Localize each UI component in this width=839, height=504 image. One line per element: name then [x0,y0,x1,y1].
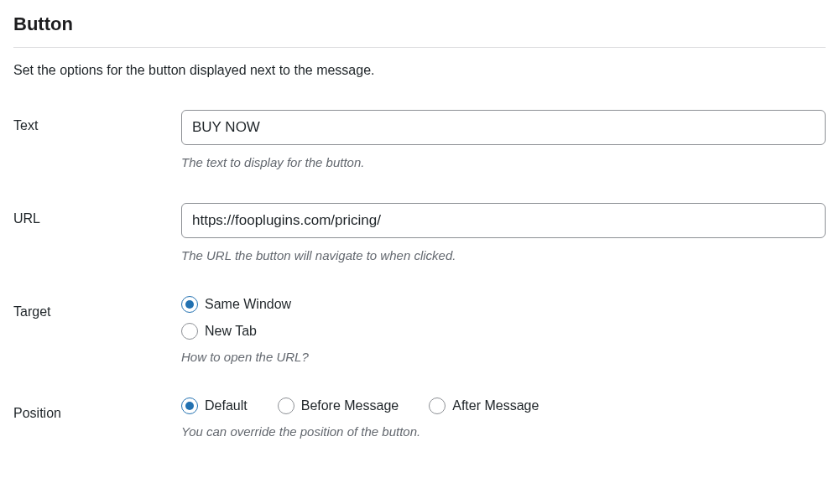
url-help: The URL the button will navigate to when… [181,248,826,262]
radio-icon [429,397,446,414]
section-description: Set the options for the button displayed… [13,63,826,78]
url-input[interactable] [181,203,826,238]
target-radio-new-tab-label: New Tab [205,324,257,339]
text-label: Text [13,110,181,133]
url-control: The URL the button will navigate to when… [181,203,826,262]
target-help: How to open the URL? [181,350,826,364]
field-row-url: URL The URL the button will navigate to … [13,203,826,262]
text-input[interactable] [181,110,826,145]
section-divider [13,47,826,48]
position-help: You can override the position of the but… [181,424,826,439]
position-radio-after[interactable]: After Message [429,397,539,414]
position-radio-group: Default Before Message After Message [181,397,826,414]
radio-icon [181,323,198,340]
text-help: The text to display for the button. [181,155,826,169]
radio-icon [181,397,198,414]
field-row-target: Target Same Window New Tab How to open t… [13,296,826,364]
target-radio-new-tab[interactable]: New Tab [181,323,826,340]
text-control: The text to display for the button. [181,110,826,169]
position-control: Default Before Message After Message You… [181,397,826,439]
radio-icon [181,296,198,313]
field-row-position: Position Default Before Message After Me… [13,397,826,439]
radio-icon [278,397,294,414]
position-radio-default-label: Default [205,398,248,413]
target-radio-same-window[interactable]: Same Window [181,296,826,313]
field-row-text: Text The text to display for the button. [13,110,826,169]
target-radio-same-window-label: Same Window [205,297,291,312]
section-title: Button [13,13,826,35]
target-control: Same Window New Tab How to open the URL? [181,296,826,364]
target-label: Target [13,296,181,320]
position-radio-before-label: Before Message [301,398,399,413]
position-radio-default[interactable]: Default [181,397,248,414]
position-label: Position [13,397,181,421]
position-radio-after-label: After Message [452,398,539,413]
url-label: URL [13,203,181,226]
target-radio-group: Same Window New Tab [181,296,826,340]
position-radio-before[interactable]: Before Message [278,397,399,414]
